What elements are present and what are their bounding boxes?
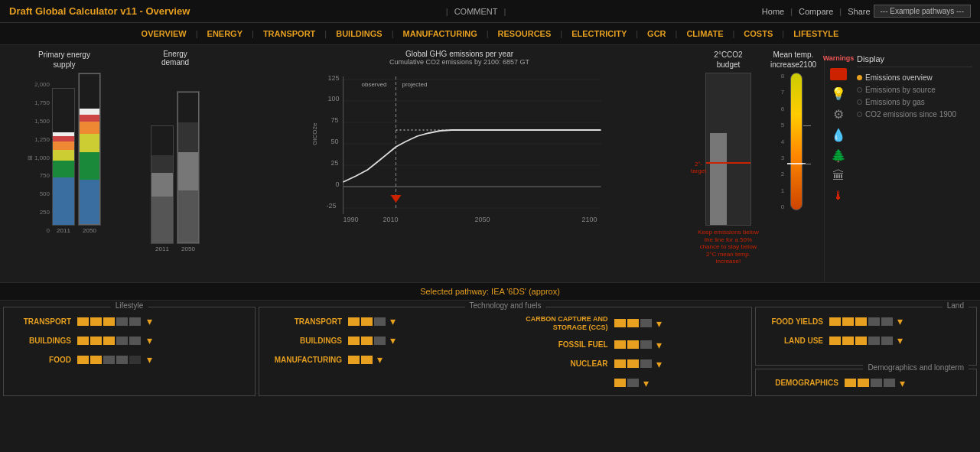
display-panel: Display Emissions overview Emissions by …	[852, 50, 977, 282]
ghg-subtitle: Cumulative CO2 emissions by 2100: 6857 G…	[228, 58, 691, 66]
land-panel: Land FOOD YIELDS ▾ LAND USE	[755, 307, 977, 366]
tech-transport-slider[interactable]	[348, 317, 386, 326]
tree-icon[interactable]: 🌲	[831, 148, 846, 163]
svg-marker-25	[391, 195, 402, 203]
food-chevron[interactable]: ▾	[147, 353, 152, 366]
svg-text:GtCO2e: GtCO2e	[311, 122, 318, 145]
food-yields-chevron[interactable]: ▾	[897, 315, 903, 327]
tech-buildings-chevron[interactable]: ▾	[390, 334, 396, 346]
comment-label[interactable]: COMMENT	[454, 7, 498, 16]
transport-chevron[interactable]: ▾	[147, 315, 152, 327]
tech-fossil-chevron[interactable]: ▾	[656, 339, 662, 351]
tech-transport-chevron[interactable]: ▾	[390, 315, 396, 327]
tech-extra-slider[interactable]	[614, 379, 639, 387]
ghg-title: Global GHG emissions per year	[228, 50, 691, 58]
comment-section: | COMMENT |	[443, 7, 510, 16]
tech-transport-label: TRANSPORT	[265, 317, 342, 326]
demographics-chevron[interactable]: ▾	[900, 377, 905, 389]
compare-link[interactable]: Compare	[799, 7, 833, 16]
temperature-block: Mean temp.increase2100 876543210	[763, 50, 824, 282]
tech-fossil-row: FOSSIL FUEL ▾	[509, 339, 746, 351]
svg-text:100: 100	[328, 95, 340, 102]
nav-overview[interactable]: OVERVIEW	[135, 29, 193, 38]
bottom-section: Lifestyle TRANSPORT ▾ BUILDINGS	[0, 301, 980, 402]
tech-fossil-slider[interactable]	[614, 340, 652, 349]
energy-demand-title: Energydemand	[161, 50, 189, 67]
right-panels: Land FOOD YIELDS ▾ LAND USE	[755, 307, 977, 396]
display-item-source[interactable]: Emissions by source	[857, 86, 972, 94]
nav-gcr[interactable]: GCR	[641, 29, 672, 38]
tech-nuclear-slider[interactable]	[614, 359, 652, 368]
lifestyle-transport-row: TRANSPORT ▾	[10, 315, 249, 327]
display-item-co2[interactable]: CO2 emissions since 1900	[857, 110, 972, 119]
home-link[interactable]: Home	[762, 7, 784, 16]
ghg-svg: 125 100 75 50 25 0 -25 GtCO2e	[228, 69, 691, 237]
svg-text:observed: observed	[362, 81, 387, 88]
gear-icon[interactable]: ⚙	[833, 107, 844, 122]
nav-electricity[interactable]: ELECTRICITY	[565, 29, 633, 38]
nav-resources[interactable]: RESOURCES	[492, 29, 558, 38]
energy-demand-chart: Energydemand 2011 2050	[125, 50, 225, 282]
food-yields-slider[interactable]	[829, 317, 893, 326]
share-link[interactable]: Share	[848, 7, 870, 16]
drop-icon[interactable]: 💧	[831, 128, 846, 142]
thermometer-icon[interactable]: 🌡	[832, 189, 845, 203]
tech-manufacturing-chevron[interactable]: ▾	[377, 353, 383, 366]
lightbulb-icon[interactable]: 💡	[831, 86, 846, 101]
tech-manufacturing-label: MANUFACTURING	[265, 356, 342, 364]
food-yields-label: FOOD YIELDS	[762, 317, 823, 326]
nav-climate[interactable]: CLIMATE	[680, 29, 729, 38]
tech-buildings-slider[interactable]	[348, 337, 386, 345]
tech-manufacturing-slider[interactable]	[348, 356, 373, 364]
svg-text:-25: -25	[327, 202, 337, 210]
display-item-gas[interactable]: Emissions by gas	[857, 98, 972, 106]
lifestyle-buildings-slider[interactable]	[77, 337, 141, 345]
display-item-overview[interactable]: Emissions overview	[857, 73, 972, 82]
lifestyle-buildings-label: BUILDINGS	[10, 337, 71, 345]
app-title: Draft Global Calculator v11 - Overview	[9, 5, 190, 17]
nav-costs[interactable]: COSTS	[737, 29, 779, 38]
co2-budget-block: 2°CCO2budget 2°-target Keep emissions be…	[694, 50, 763, 282]
example-pathways-button[interactable]: --- Example pathways ---	[874, 5, 971, 18]
primary-energy-title: Primary energysupply	[38, 50, 90, 70]
lifestyle-transport-slider[interactable]	[77, 317, 141, 326]
tech-nuclear-chevron[interactable]: ▾	[656, 358, 662, 370]
nav-manufacturing[interactable]: MANUFACTURING	[397, 29, 483, 38]
display-title: Display	[857, 54, 972, 67]
lifestyle-food-label: FOOD	[10, 356, 71, 364]
land-use-chevron[interactable]: ▾	[897, 334, 903, 346]
tech-buildings-row: BUILDINGS ▾	[265, 334, 503, 346]
nav-energy[interactable]: ENERGY	[201, 29, 249, 38]
warning-toggle[interactable]	[830, 68, 847, 80]
svg-text:125: 125	[328, 74, 340, 82]
demographics-row: DEMOGRAPHICS ▾	[762, 377, 970, 389]
building-icon[interactable]: 🏛	[832, 169, 845, 183]
tech-manufacturing-row: MANUFACTURING ▾	[265, 353, 503, 366]
tech-extra-chevron[interactable]: ▾	[643, 377, 649, 389]
tech-right-col: CARBON CAPTURE AND STORAGE (CCS) ▾ FOSSI…	[509, 315, 746, 389]
demographics-slider[interactable]	[845, 379, 895, 387]
tech-ccs-chevron[interactable]: ▾	[656, 317, 662, 330]
lifestyle-food-row: FOOD ▾	[10, 353, 249, 366]
tech-ccs-row: CARBON CAPTURE AND STORAGE (CCS) ▾	[509, 315, 746, 332]
budget-keep-text: Keep emissions below the line for a 50% …	[697, 229, 760, 265]
bullet-source	[857, 87, 862, 93]
svg-text:2050: 2050	[475, 216, 490, 223]
buildings-chevron[interactable]: ▾	[147, 334, 152, 346]
land-use-slider[interactable]	[829, 337, 893, 345]
svg-text:2100: 2100	[582, 216, 597, 223]
pipe2: |	[503, 7, 506, 16]
nav-transport[interactable]: TRANSPORT	[257, 29, 321, 38]
tech-left-col: TRANSPORT ▾ BUILDINGS ▾	[265, 315, 503, 389]
tech-panel-label: Technology and fuels	[465, 301, 546, 310]
tech-ccs-slider[interactable]	[614, 319, 652, 327]
svg-text:2010: 2010	[383, 216, 399, 223]
lifestyle-panel-label: Lifestyle	[111, 301, 148, 310]
svg-text:75: 75	[331, 116, 339, 124]
nav-lifestyle[interactable]: LIFESTYLE	[787, 29, 845, 38]
tech-buildings-label: BUILDINGS	[265, 337, 342, 345]
lifestyle-food-slider[interactable]	[77, 356, 141, 364]
temperature-title: Mean temp.increase2100	[770, 50, 816, 70]
nav-buildings[interactable]: BUILDINGS	[330, 29, 389, 38]
tech-panel: Technology and fuels TRANSPORT ▾ BUILDIN…	[259, 307, 752, 396]
